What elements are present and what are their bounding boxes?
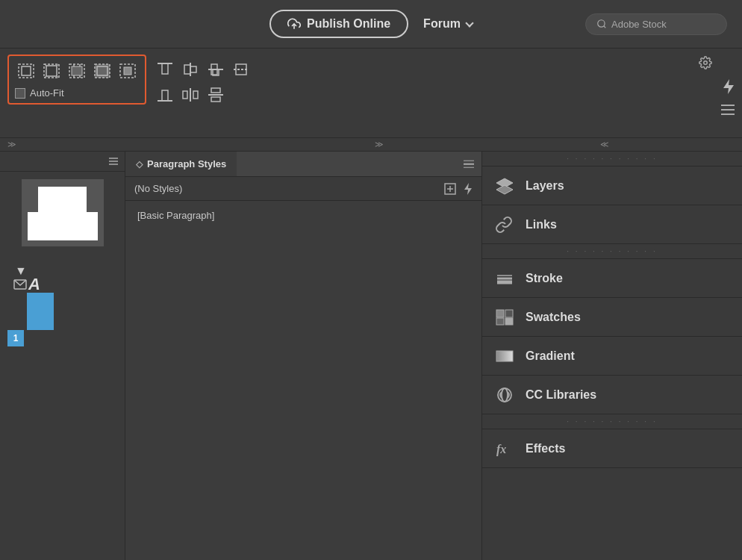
align-bottom-edge-icon[interactable] xyxy=(154,84,176,105)
swatches-panel-item[interactable]: Swatches xyxy=(482,298,742,337)
fitting-tools-row xyxy=(15,60,139,81)
right-properties-panel: · · · · · · · · · · · Layers Links · · ·… xyxy=(482,152,742,560)
gear-button[interactable] xyxy=(699,56,712,72)
svg-line-2 xyxy=(604,26,606,28)
pages-panel-menu-icon[interactable] xyxy=(108,156,119,167)
svg-rect-34 xyxy=(183,91,187,99)
forum-button[interactable]: Forum xyxy=(423,17,473,31)
links-label: Links xyxy=(526,218,557,231)
publish-online-label: Publish Online xyxy=(307,17,390,31)
align-top-edge-icon[interactable] xyxy=(154,59,176,80)
links-icon xyxy=(494,214,515,235)
svg-marker-48 xyxy=(464,183,472,195)
stroke-panel-item[interactable]: Stroke xyxy=(482,259,742,298)
svg-rect-58 xyxy=(496,351,513,361)
svg-rect-37 xyxy=(211,88,220,93)
gradient-icon xyxy=(494,346,515,367)
cc-libraries-panel-item[interactable]: CC Libraries xyxy=(482,376,742,414)
distribute-vertical-icon[interactable] xyxy=(205,84,227,105)
svg-rect-54 xyxy=(496,310,504,317)
gradient-panel-item[interactable]: Gradient xyxy=(482,337,742,376)
align-right-edge-icon[interactable] xyxy=(205,59,227,80)
no-styles-action-icons xyxy=(444,182,473,196)
publish-online-button[interactable]: Publish Online xyxy=(269,10,408,38)
center-content-icon[interactable] xyxy=(116,60,139,81)
fit-frame-to-content-icon[interactable] xyxy=(15,60,37,81)
lightning-button[interactable] xyxy=(723,78,735,99)
effects-label: Effects xyxy=(526,442,565,455)
align-top-row xyxy=(154,59,252,80)
layers-icon xyxy=(494,175,515,196)
auto-fit-label: Auto-Fit xyxy=(30,87,64,99)
svg-rect-57 xyxy=(505,318,513,325)
divider-dots-mid2: · · · · · · · · · · · xyxy=(482,414,742,429)
align-left-edge-icon[interactable] xyxy=(230,59,252,80)
text-frame-blue-box[interactable] xyxy=(27,293,54,330)
cc-libraries-label: CC Libraries xyxy=(526,388,596,402)
divider-dots-top: · · · · · · · · · · · xyxy=(482,152,742,167)
alignment-group xyxy=(151,55,255,110)
right-panel-collapse-arrows[interactable]: ≪ xyxy=(600,140,609,149)
paragraph-styles-tab-bar: ◇ Paragraph Styles xyxy=(125,152,481,177)
stroke-icon xyxy=(494,268,515,289)
basic-paragraph-label: [Basic Paragraph] xyxy=(137,210,214,221)
paragraph-styles-panel-menu[interactable] xyxy=(464,160,474,168)
toolbar: Auto-Fit xyxy=(0,49,742,138)
page-thumbnail-container xyxy=(22,179,104,246)
svg-point-60 xyxy=(502,388,508,402)
main-content: ▼ A 1 ◇ xyxy=(0,152,742,560)
pages-panel: ▼ A 1 xyxy=(0,152,125,560)
fill-frame-proportionally-icon[interactable] xyxy=(91,60,113,81)
divider-dots-mid1: · · · · · · · · · · · xyxy=(482,244,742,259)
paragraph-styles-tab[interactable]: ◇ Paragraph Styles xyxy=(125,152,237,176)
lightning-styles-icon xyxy=(464,182,473,196)
svg-rect-38 xyxy=(211,97,220,102)
layers-panel-item[interactable]: Layers xyxy=(482,167,742,205)
distribute-horizontal-icon[interactable] xyxy=(179,84,202,105)
middle-panel-collapse-arrows[interactable]: ≫ xyxy=(375,140,384,149)
sync-styles-button[interactable] xyxy=(464,182,473,196)
svg-rect-25 xyxy=(190,66,196,72)
panel-menu-line-1 xyxy=(464,160,474,161)
basic-paragraph-item[interactable]: [Basic Paragraph] xyxy=(125,201,481,230)
align-center-horizontal-icon[interactable] xyxy=(179,59,202,80)
stroke-label: Stroke xyxy=(526,272,563,285)
svg-rect-12 xyxy=(72,66,82,75)
svg-rect-6 xyxy=(46,66,57,76)
svg-text:fx: fx xyxy=(496,443,506,456)
collapse-row: ≫ ≫ ≪ xyxy=(0,138,742,152)
text-tool-icon: A xyxy=(28,275,40,294)
links-panel-item[interactable]: Links xyxy=(482,205,742,244)
svg-rect-22 xyxy=(162,63,168,74)
search-icon xyxy=(596,19,607,29)
cc-libraries-icon xyxy=(494,385,515,405)
add-icon xyxy=(444,183,456,195)
swatches-icon xyxy=(494,307,515,328)
svg-marker-50 xyxy=(496,185,513,194)
menu-line-1 xyxy=(721,105,735,106)
menu-lines-button[interactable] xyxy=(721,105,735,115)
adobe-stock-search[interactable]: Adobe Stock xyxy=(585,13,727,35)
page-number: 1 xyxy=(13,333,19,343)
fit-content-to-frame-icon[interactable] xyxy=(40,60,63,81)
layers-label: Layers xyxy=(526,179,564,193)
auto-fit-checkbox[interactable] xyxy=(15,88,25,99)
svg-rect-55 xyxy=(505,310,513,317)
fit-content-proportionally-icon[interactable] xyxy=(66,60,88,81)
page-number-badge: 1 xyxy=(7,330,24,346)
paragraph-styles-panel: ◇ Paragraph Styles (No Styles) xyxy=(125,152,482,560)
svg-point-1 xyxy=(598,20,605,27)
paragraph-styles-diamond-icon: ◇ xyxy=(136,159,143,169)
left-panel-collapse-arrows[interactable]: ≫ xyxy=(0,140,24,149)
swatches-label: Swatches xyxy=(526,311,581,324)
add-style-button[interactable] xyxy=(444,183,456,195)
menu-line-3 xyxy=(721,113,735,115)
lightning-icon xyxy=(723,78,735,95)
page-thumbnail[interactable] xyxy=(22,179,104,246)
effects-panel-item[interactable]: fx Effects xyxy=(482,429,742,468)
auto-fit-row: Auto-Fit xyxy=(15,87,139,99)
paragraph-styles-tab-label: Paragraph Styles xyxy=(147,158,226,169)
search-placeholder-text: Adobe Stock xyxy=(611,19,667,30)
envelope-icon xyxy=(13,279,27,293)
forum-label: Forum xyxy=(423,17,461,31)
